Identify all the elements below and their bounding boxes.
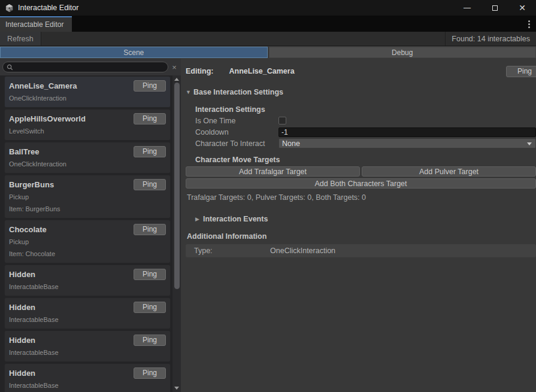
minimize-button[interactable]: — [453,0,481,16]
ping-button[interactable]: Ping [134,113,166,124]
item-title: Hidden [9,369,35,378]
foldout-open-icon: ▼ [186,89,193,95]
type-label: Type: [186,247,270,255]
is-one-time-label: Is One Time [195,117,278,125]
tab-interactable-editor[interactable]: Interactable Editor [0,16,72,32]
foldout-label: Base Interaction Settings [193,88,283,96]
item-title: Hidden [9,270,35,279]
add-pulver-target-button[interactable]: Add Pulver Target [362,166,536,177]
scrollbar-thumb[interactable] [174,83,180,289]
item-type: InteractableBase [9,314,166,326]
is-one-time-row: Is One Time [195,115,536,126]
list-item[interactable]: HiddenPing InteractableBase [4,265,171,296]
cooldown-row: Cooldown -1 [195,126,536,138]
add-target-buttons-row: Add Trafalgar Target Add Pulver Target [186,166,536,177]
chevron-down-icon [527,142,532,145]
maximize-button[interactable] [481,0,508,16]
interaction-events-foldout[interactable]: ▶ Interaction Events [186,213,536,225]
ping-button[interactable]: Ping [134,224,166,235]
item-title: BallTree [9,147,40,156]
item-type: LevelSwitch [9,125,166,137]
list-scrollbar[interactable] [172,75,181,392]
list-item[interactable]: HiddenPing InteractableBase [4,363,171,392]
is-one-time-checkbox[interactable] [278,117,286,124]
ping-button[interactable]: Ping [134,302,166,313]
editing-panel: Editing: AnneLise_Camera Ping ▼ Base Int… [181,59,536,392]
item-type: Pickup [9,236,166,248]
list-item[interactable]: HiddenPing InteractableBase [4,330,171,362]
character-to-interact-label: Character To Interact [195,139,278,148]
found-count-label: Found: 14 interactables [445,32,536,45]
ping-button[interactable]: Ping [134,179,166,190]
add-trafalgar-target-button[interactable]: Add Trafalgar Target [186,166,360,177]
additional-information-header: Additional Information [186,231,536,242]
toolbar: Refresh Found: 14 interactables [0,32,536,46]
character-move-targets-header: Character Move Targets [195,154,536,165]
type-value: OneClickInteraction [270,247,335,255]
tab-scene[interactable]: Scene [0,47,268,58]
item-type: InteractableBase [9,379,166,391]
foldout-collapsed-icon: ▶ [195,216,203,222]
search-clear-button[interactable]: × [169,62,180,72]
item-title: Hidden [9,336,35,345]
item-type: Pickup [9,191,166,203]
type-info-row: Type: OneClickInteraction [186,244,536,257]
ping-button[interactable]: Ping [134,269,166,280]
scroll-up-icon[interactable] [174,78,179,81]
item-title: Hidden [9,303,35,312]
list-item[interactable]: BallTreePing OneClickInteraction [4,142,171,174]
main-content: × AnneLise_CameraPing OneClickInteractio… [0,59,536,392]
maximize-icon [492,5,498,11]
scene-list-panel: × AnneLise_CameraPing OneClickInteractio… [0,59,181,392]
ping-button[interactable]: Ping [134,367,166,379]
scrollbar-track[interactable] [172,83,181,385]
scroll-down-icon[interactable] [174,387,179,390]
ping-button[interactable]: Ping [134,80,166,92]
item-type: InteractableBase [9,281,166,293]
cooldown-field[interactable]: -1 [278,127,536,137]
add-both-button-row: Add Both Characters Target [186,178,536,189]
interaction-settings-section: Interaction Settings Is One Time Cooldow… [186,102,536,205]
character-to-interact-row: Character To Interact None [195,138,536,149]
interaction-settings-header: Interaction Settings [195,104,536,115]
list-item[interactable]: AnneLise_CameraPing OneClickInteraction [4,76,171,108]
titlebar: Interactable Editor — ✕ [0,0,536,16]
list-item[interactable]: AppleHillsOverworldPing LevelSwitch [4,109,171,141]
interactable-editor-window: Interactable Editor — ✕ Interactable Edi… [0,0,536,392]
list-item[interactable]: HiddenPing InteractableBase [4,297,171,329]
ping-button[interactable]: Ping [134,335,166,346]
editing-label: Editing: [186,67,214,75]
refresh-button[interactable]: Refresh [0,32,41,45]
foldout-label: Interaction Events [203,215,268,223]
kebab-menu-icon[interactable] [525,19,533,29]
item-detail: Item: Chocolate [9,248,166,260]
tab-debug[interactable]: Debug [269,47,536,58]
item-type: OneClickInteraction [9,158,166,170]
item-type: InteractableBase [9,347,166,358]
window-controls: — ✕ [453,0,536,16]
list-item[interactable]: BurgerBunsPing Pickup Item: BurgerBuns [4,175,171,218]
search-icon [7,64,13,71]
dropdown-value: None [282,139,300,148]
close-button[interactable]: ✕ [508,0,536,16]
ping-button[interactable]: Ping [134,146,166,157]
search-input[interactable] [2,62,168,72]
editing-header: Editing: AnneLise_Camera Ping [186,65,536,78]
cooldown-label: Cooldown [195,128,278,136]
editing-ping-button[interactable]: Ping [506,66,536,77]
item-detail: Item: BurgerBuns [9,203,166,215]
search-row: × [0,59,181,75]
item-title: AnneLise_Camera [9,81,77,90]
item-title: AppleHillsOverworld [9,114,86,123]
character-to-interact-dropdown[interactable]: None [278,138,536,148]
unity-cube-icon [5,4,14,13]
interactable-list: AnneLise_CameraPing OneClickInteraction … [0,75,172,392]
view-tabs: Scene Debug [0,46,536,59]
editor-tabbar: Interactable Editor [0,16,536,32]
window-title: Interactable Editor [18,4,78,12]
add-both-characters-target-button[interactable]: Add Both Characters Target [186,178,536,189]
item-title: Chocolate [9,225,47,234]
list-item[interactable]: ChocolatePing Pickup Item: Chocolate [4,220,171,263]
item-title: BurgerBuns [9,180,54,189]
base-interaction-settings-foldout[interactable]: ▼ Base Interaction Settings [186,86,536,98]
